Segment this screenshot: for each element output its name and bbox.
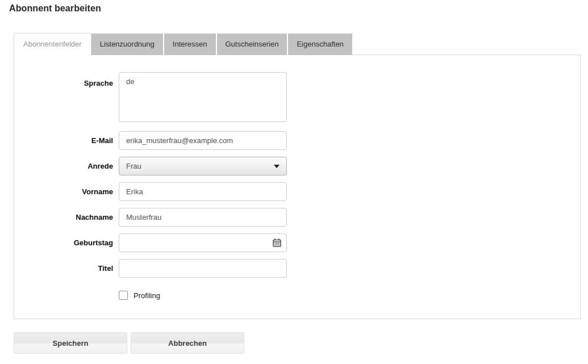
tab-content-panel: Sprache de E-Mail Anrede Frau Vorname: [14, 55, 581, 319]
nachname-label: Nachname: [14, 208, 119, 227]
action-button-bar: Speichern Abbrechen: [14, 332, 244, 354]
vorname-field[interactable]: [119, 182, 287, 201]
titel-field[interactable]: [119, 259, 287, 278]
save-button[interactable]: Speichern: [14, 332, 127, 354]
form-row-sprache: Sprache de: [14, 72, 580, 124]
sprache-label: Sprache: [14, 72, 119, 124]
vorname-label: Vorname: [14, 182, 119, 201]
form-row-profiling: Profiling: [119, 291, 580, 300]
anrede-select[interactable]: Frau: [119, 157, 287, 175]
form-row-nachname: Nachname: [14, 208, 580, 227]
email-label: E-Mail: [14, 131, 119, 150]
form-row-anrede: Anrede Frau: [14, 157, 580, 175]
sprache-textarea[interactable]: de: [119, 72, 287, 122]
geburtstag-label: Geburtstag: [14, 233, 119, 252]
tab-bar: Abonnentenfelder Listenzuordnung Interes…: [14, 33, 352, 55]
tab-listenzuordnung[interactable]: Listenzuordnung: [91, 34, 164, 55]
titel-label: Titel: [14, 259, 119, 278]
tab-interessen[interactable]: Interessen: [164, 34, 217, 55]
geburtstag-field[interactable]: [119, 233, 287, 252]
profiling-label: Profiling: [134, 291, 160, 300]
calendar-icon[interactable]: [272, 238, 282, 248]
form-row-email: E-Mail: [14, 131, 580, 150]
subscriber-form: Sprache de E-Mail Anrede Frau Vorname: [14, 55, 580, 300]
chevron-down-icon: [274, 165, 280, 168]
profiling-checkbox[interactable]: [119, 291, 128, 300]
cancel-button[interactable]: Abbrechen: [131, 332, 244, 354]
email-field[interactable]: [119, 131, 287, 150]
page-title: Abonnent bearbeiten: [9, 3, 101, 14]
form-row-geburtstag: Geburtstag: [14, 233, 580, 252]
tab-eigenschaften[interactable]: Eigenschaften: [288, 34, 352, 55]
anrede-selected-value: Frau: [126, 162, 141, 170]
tab-abonnentenfelder[interactable]: Abonnentenfelder: [14, 33, 91, 56]
form-row-titel: Titel: [14, 259, 580, 278]
tab-gutscheinserien[interactable]: Gutscheinserien: [217, 34, 289, 55]
nachname-field[interactable]: [119, 208, 287, 227]
form-row-vorname: Vorname: [14, 182, 580, 201]
anrede-label: Anrede: [14, 157, 119, 175]
